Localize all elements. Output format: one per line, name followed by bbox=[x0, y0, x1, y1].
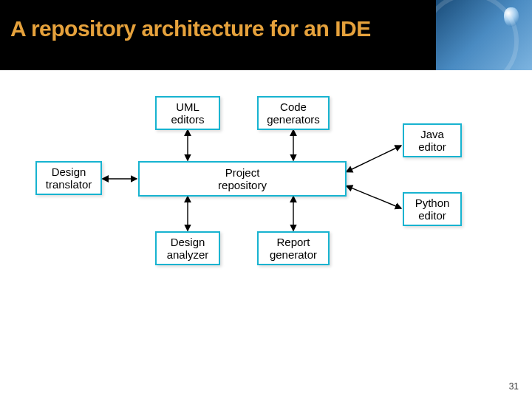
box-project-repository: Projectrepository bbox=[138, 161, 347, 197]
svg-line-3 bbox=[347, 146, 401, 171]
box-python-editor: Pythoneditor bbox=[403, 192, 462, 226]
box-report-generator: Reportgenerator bbox=[257, 231, 330, 265]
box-code-generators: Codegenerators bbox=[257, 96, 330, 130]
box-java-editor: Javaeditor bbox=[403, 123, 462, 157]
box-design-analyzer: Designanalyzer bbox=[155, 231, 220, 265]
architecture-diagram: UMLeditors Codegenerators Javaeditor Des… bbox=[0, 70, 532, 381]
slide-header: A repository architecture for an IDE bbox=[0, 0, 532, 70]
box-design-translator: Designtranslator bbox=[35, 161, 102, 195]
decorative-corner bbox=[436, 0, 532, 70]
box-uml-editors: UMLeditors bbox=[155, 96, 220, 130]
slide-title: A repository architecture for an IDE bbox=[10, 16, 371, 41]
page-number: 31 bbox=[509, 381, 519, 392]
svg-line-4 bbox=[347, 186, 401, 208]
